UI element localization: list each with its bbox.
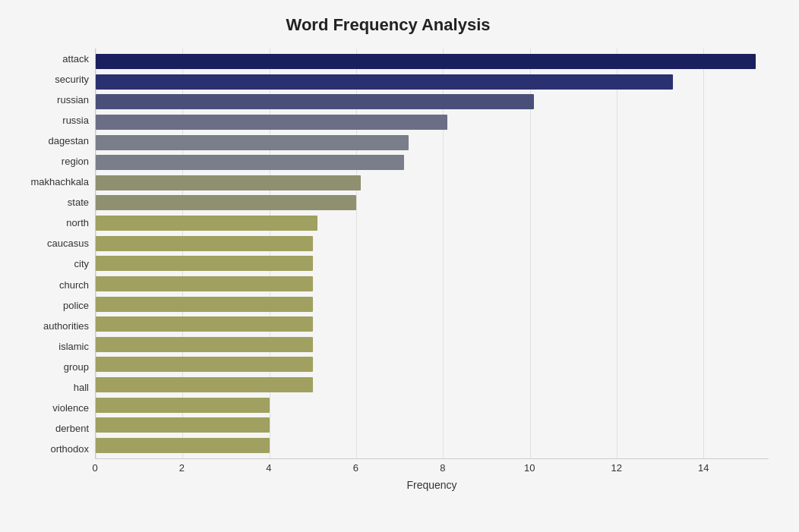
y-label: church xyxy=(59,275,89,295)
chart-title: Word Frequency Analysis xyxy=(8,15,769,35)
bar xyxy=(96,337,313,352)
x-ticks: 02468101214 xyxy=(95,459,769,474)
bar xyxy=(96,316,313,332)
bar xyxy=(96,195,356,210)
x-tick: 6 xyxy=(353,462,358,474)
y-label: caucasus xyxy=(47,233,89,253)
y-label: islamic xyxy=(58,336,89,357)
bar-row xyxy=(96,72,769,92)
y-label: north xyxy=(66,212,89,233)
y-labels: attacksecurityrussianrussiadagestanregio… xyxy=(8,49,95,459)
plot-area xyxy=(95,49,769,459)
bar-row xyxy=(96,153,769,172)
bar xyxy=(96,94,534,109)
bar xyxy=(96,297,313,312)
bar-row xyxy=(96,193,769,212)
x-tick: 2 xyxy=(179,462,185,474)
x-tick: 4 xyxy=(266,462,271,474)
bar-row xyxy=(96,375,769,395)
bar-row xyxy=(96,92,769,112)
bar xyxy=(96,438,270,453)
bars-container xyxy=(96,49,769,458)
x-axis: 02468101214 Frequency xyxy=(95,459,769,491)
y-label: security xyxy=(55,69,89,90)
bar-row xyxy=(96,314,769,334)
bar-row xyxy=(96,436,769,455)
bar xyxy=(96,256,313,271)
bar-row xyxy=(96,213,769,233)
bar-row xyxy=(96,173,769,193)
y-label: attack xyxy=(62,49,89,69)
y-label: russian xyxy=(57,90,89,110)
y-label: region xyxy=(62,151,89,172)
x-axis-label: Frequency xyxy=(95,479,769,491)
bar xyxy=(96,54,756,69)
bar-row xyxy=(96,112,769,132)
bar-row xyxy=(96,354,769,374)
y-label: orthodox xyxy=(50,439,89,459)
bar-row xyxy=(96,395,769,415)
y-label: dagestan xyxy=(49,131,90,151)
y-label: makhachkala xyxy=(30,172,89,192)
y-label: derbent xyxy=(55,418,89,439)
x-tick: 14 xyxy=(698,462,709,474)
bar-row xyxy=(96,415,769,435)
y-label: hall xyxy=(74,377,89,398)
chart-area: attacksecurityrussianrussiadagestanregio… xyxy=(8,49,769,459)
y-label: authorities xyxy=(43,316,89,336)
bar-row xyxy=(96,253,769,273)
bar xyxy=(96,357,313,372)
bar-row xyxy=(96,234,769,253)
bar xyxy=(96,115,447,130)
bar xyxy=(96,175,361,190)
y-label: group xyxy=(64,357,89,377)
x-tick: 0 xyxy=(92,462,97,474)
y-label: city xyxy=(74,253,90,274)
bar xyxy=(96,236,313,251)
bar-row xyxy=(96,274,769,294)
x-tick: 10 xyxy=(524,462,535,474)
bar-row xyxy=(96,335,769,354)
bar-row xyxy=(96,294,769,314)
bar xyxy=(96,377,313,392)
y-label: police xyxy=(63,295,89,316)
bar-row xyxy=(96,133,769,153)
bar xyxy=(96,276,313,291)
bar xyxy=(96,417,270,433)
bar-row xyxy=(96,52,769,71)
bar xyxy=(96,216,317,231)
bars-section: attacksecurityrussianrussiadagestanregio… xyxy=(8,49,769,459)
bar xyxy=(96,74,673,90)
bar xyxy=(96,155,404,170)
y-label: violence xyxy=(52,398,89,418)
y-label: state xyxy=(68,192,89,212)
bar xyxy=(96,135,409,150)
chart-container: Word Frequency Analysis attacksecurityru… xyxy=(0,0,799,532)
bar xyxy=(96,398,270,413)
x-tick: 12 xyxy=(611,462,621,474)
y-label: russia xyxy=(62,110,89,131)
x-tick: 8 xyxy=(440,462,445,474)
